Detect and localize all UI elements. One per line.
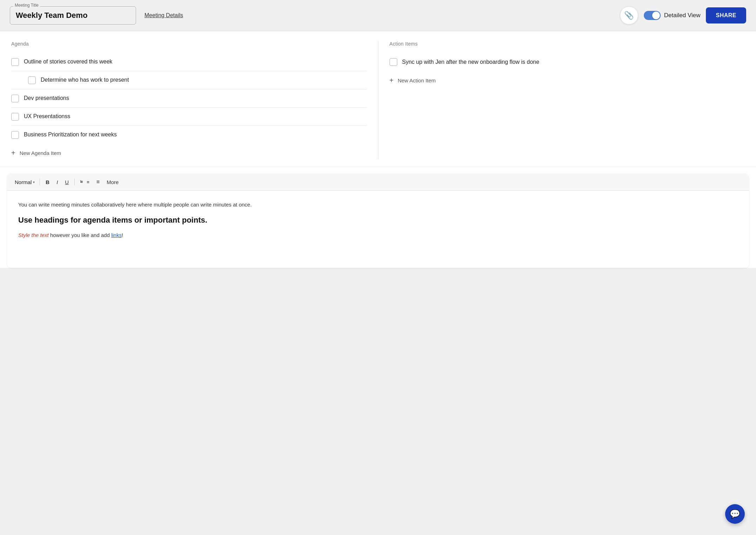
ordered-list-button[interactable]: ≡ 1. ≡ bbox=[77, 177, 92, 187]
meeting-title-field: Meeting Title bbox=[10, 6, 136, 25]
agenda-item-4[interactable]: UX Presentationss bbox=[11, 108, 367, 126]
agenda-checkbox-1[interactable] bbox=[11, 58, 19, 66]
add-agenda-item-row[interactable]: + New Agenda Item bbox=[11, 144, 367, 159]
detailed-view-toggle-row: Detailed View bbox=[644, 11, 701, 20]
agenda-list: Outline of stories covered this week Det… bbox=[11, 53, 367, 144]
chat-fab-button[interactable]: 💬 bbox=[725, 504, 745, 524]
action-item-1[interactable]: Sync up with Jen after the new onboardin… bbox=[390, 53, 745, 71]
meeting-title-input[interactable] bbox=[10, 6, 136, 25]
chat-fab-icon: 💬 bbox=[730, 509, 740, 519]
agenda-item-5[interactable]: Business Prioritization for next weeks bbox=[11, 126, 367, 144]
agenda-title: Agenda bbox=[11, 41, 367, 47]
column-divider bbox=[378, 41, 378, 159]
header-right: 📎 Detailed View SHARE bbox=[620, 6, 746, 25]
style-select-chevron: ▾ bbox=[33, 180, 35, 184]
action-item-text-1: Sync up with Jen after the new onboardin… bbox=[402, 58, 539, 66]
agenda-item-3[interactable]: Dev presentations bbox=[11, 89, 367, 108]
more-button[interactable]: More bbox=[104, 177, 121, 187]
editor-body[interactable]: You can write meeting minutes collaborat… bbox=[7, 191, 749, 268]
agenda-item-2[interactable]: Determine who has work to present bbox=[11, 71, 367, 89]
action-items-column: Action Items Sync up with Jen after the … bbox=[390, 41, 745, 159]
editor-styled-line: Style the text however you like and add … bbox=[18, 231, 738, 239]
unordered-list-button[interactable]: ≡ bbox=[94, 177, 102, 187]
detailed-view-toggle[interactable] bbox=[644, 11, 661, 20]
meeting-details-link[interactable]: Meeting Details bbox=[144, 12, 183, 19]
agenda-item-text-5: Business Prioritization for next weeks bbox=[24, 131, 117, 138]
add-agenda-item-label: New Agenda Item bbox=[20, 150, 61, 156]
add-action-item-row[interactable]: + New Action Item bbox=[390, 71, 745, 87]
italic-button[interactable]: I bbox=[54, 177, 61, 187]
agenda-checkbox-2[interactable] bbox=[28, 76, 36, 84]
agenda-item-text-2: Determine who has work to present bbox=[41, 76, 129, 84]
editor-heading-1: Use headings for agenda items or importa… bbox=[18, 215, 738, 225]
styled-middle-text: however you like and add bbox=[49, 232, 111, 238]
unordered-list-icon: ≡ bbox=[96, 179, 100, 185]
action-items-title: Action Items bbox=[390, 41, 745, 47]
bold-button[interactable]: B bbox=[43, 177, 52, 187]
app-header: Meeting Title Meeting Details 📎 Detailed… bbox=[0, 0, 756, 31]
toolbar-divider-2 bbox=[74, 178, 75, 185]
add-agenda-plus-icon: + bbox=[11, 149, 15, 156]
underline-button[interactable]: U bbox=[62, 177, 72, 187]
agenda-column: Agenda Outline of stories covered this w… bbox=[11, 41, 367, 159]
styled-link-text[interactable]: links bbox=[111, 232, 122, 238]
attach-button[interactable]: 📎 bbox=[620, 6, 638, 25]
svg-text:1.: 1. bbox=[80, 180, 83, 183]
agenda-checkbox-4[interactable] bbox=[11, 113, 19, 121]
style-select[interactable]: Normal ▾ bbox=[13, 178, 37, 187]
agenda-checkbox-5[interactable] bbox=[11, 131, 19, 139]
agenda-item-text-3: Dev presentations bbox=[24, 94, 69, 102]
editor-section: Normal ▾ B I U ≡ 1. ≡ ≡ More You can w bbox=[7, 174, 749, 268]
editor-toolbar: Normal ▾ B I U ≡ 1. ≡ ≡ More bbox=[7, 174, 749, 191]
action-checkbox-1[interactable] bbox=[390, 58, 397, 66]
styled-suffix-text: ! bbox=[122, 232, 123, 238]
styled-italic-text: Style the text bbox=[18, 232, 49, 238]
add-action-item-label: New Action Item bbox=[398, 77, 436, 83]
agenda-item-text-1: Outline of stories covered this week bbox=[24, 58, 113, 66]
detailed-view-label: Detailed View bbox=[664, 12, 701, 19]
editor-para-1: You can write meeting minutes collaborat… bbox=[18, 201, 738, 209]
add-action-plus-icon: + bbox=[390, 77, 394, 84]
meeting-title-label: Meeting Title bbox=[13, 3, 40, 8]
style-select-label: Normal bbox=[15, 179, 32, 185]
toolbar-divider-1 bbox=[40, 178, 40, 185]
main-content: Agenda Outline of stories covered this w… bbox=[0, 31, 756, 268]
agenda-checkbox-3[interactable] bbox=[11, 95, 19, 102]
agenda-action-columns: Agenda Outline of stories covered this w… bbox=[0, 31, 756, 167]
attach-icon: 📎 bbox=[624, 11, 634, 20]
action-items-list: Sync up with Jen after the new onboardin… bbox=[390, 53, 745, 71]
agenda-item-1[interactable]: Outline of stories covered this week bbox=[11, 53, 367, 71]
share-button[interactable]: SHARE bbox=[706, 7, 746, 23]
toggle-thumb bbox=[652, 12, 660, 19]
agenda-item-text-4: UX Presentationss bbox=[24, 113, 70, 120]
ordered-list-icon: ≡ 1. bbox=[80, 179, 87, 185]
